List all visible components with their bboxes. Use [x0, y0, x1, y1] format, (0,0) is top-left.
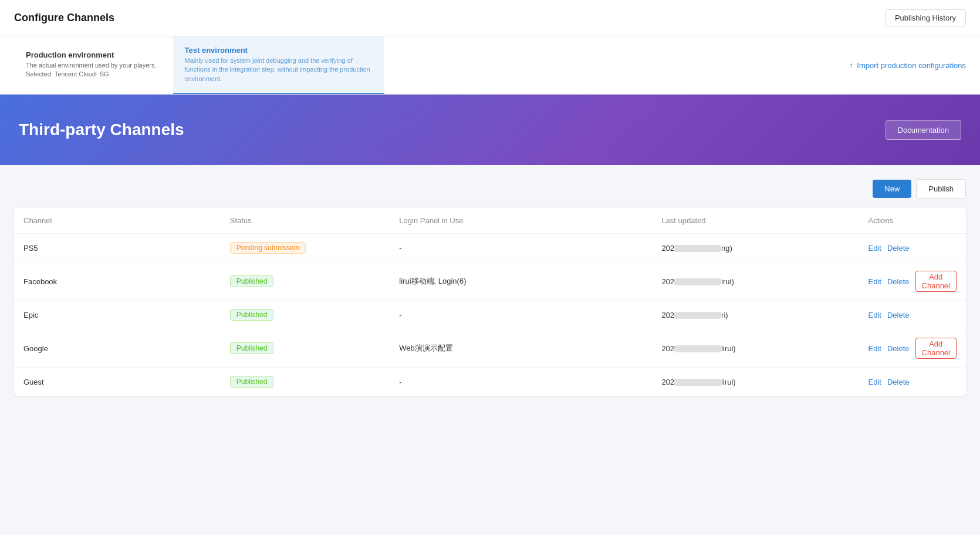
page-wrapper: Configure Channels Publishing History Pr…: [0, 0, 980, 535]
status-badge: Published: [230, 309, 274, 321]
add-channel-button[interactable]: Add Channel: [915, 271, 957, 292]
test-env-title: Test environment: [185, 46, 373, 55]
cell-login-panel: -: [390, 234, 652, 263]
cell-last-updated: 202 lirui): [652, 329, 859, 368]
col-header-channel: Channel: [14, 208, 221, 234]
cell-status: Pending submission: [221, 234, 390, 263]
table-row: EpicPublished-202 ri)EditDelete: [14, 301, 966, 329]
channels-table-container: Channel Status Login Panel in Use Last u…: [14, 208, 966, 396]
redacted-text: [674, 278, 721, 285]
toolbar: New Publish: [14, 179, 966, 198]
status-badge: Published: [230, 376, 274, 388]
cell-actions: EditDelete: [859, 301, 966, 329]
status-badge: Pending submission: [230, 242, 306, 254]
actions-group: EditDelete: [869, 311, 957, 319]
banner-title: Third-party Channels: [19, 120, 184, 139]
table-body: PS5Pending submission-202 ng)EditDeleteF…: [14, 234, 966, 396]
actions-group: EditDelete: [869, 378, 957, 386]
col-header-login: Login Panel in Use: [390, 208, 652, 234]
delete-button[interactable]: Delete: [887, 344, 910, 353]
actions-group: EditDeleteAdd Channel: [869, 338, 957, 359]
edit-button[interactable]: Edit: [869, 344, 881, 353]
cell-login-panel: Web演演示配置: [390, 329, 652, 368]
banner: Third-party Channels Documentation: [0, 95, 980, 165]
cell-actions: EditDeleteAdd Channel: [859, 329, 966, 368]
add-channel-button[interactable]: Add Channel: [915, 338, 957, 359]
table-row: GooglePublishedWeb演演示配置202 lirui)EditDel…: [14, 329, 966, 368]
edit-button[interactable]: Edit: [869, 311, 881, 319]
cell-last-updated: 202 ri): [652, 301, 859, 329]
table-row: FacebookPublishedlirui移动端, Login(6)202 i…: [14, 263, 966, 301]
test-env-tab[interactable]: Test environment Mainly used for system …: [173, 36, 384, 94]
cell-status: Published: [221, 329, 390, 368]
cell-channel: Epic: [14, 301, 221, 329]
cell-channel: PS5: [14, 234, 221, 263]
cell-channel: Guest: [14, 368, 221, 396]
cell-status: Published: [221, 301, 390, 329]
cell-last-updated: 202 lirui): [652, 368, 859, 396]
page-title: Configure Channels: [14, 12, 114, 24]
delete-button[interactable]: Delete: [887, 311, 910, 319]
col-header-actions: Actions: [859, 208, 966, 234]
cell-actions: EditDeleteAdd Channel: [859, 263, 966, 301]
redacted-text: [674, 245, 721, 252]
publish-button[interactable]: Publish: [916, 179, 966, 198]
cell-actions: EditDelete: [859, 368, 966, 396]
production-env-desc: The actual environment used by your play…: [26, 61, 157, 79]
edit-button[interactable]: Edit: [869, 277, 881, 286]
test-env-desc: Mainly used for system joint debugging a…: [185, 56, 373, 83]
delete-button[interactable]: Delete: [887, 277, 910, 286]
cell-login-panel: -: [390, 301, 652, 329]
cell-channel: Google: [14, 329, 221, 368]
header: Configure Channels Publishing History: [0, 0, 980, 36]
production-env-tab[interactable]: Production environment The actual enviro…: [14, 41, 168, 90]
import-production-link[interactable]: ↑ Import production configurations: [849, 60, 966, 70]
cell-channel: Facebook: [14, 263, 221, 301]
redacted-text: [674, 312, 721, 319]
main-content: New Publish Channel Status Login Panel i…: [0, 165, 980, 410]
actions-group: EditDelete: [869, 244, 957, 253]
cell-login-panel: -: [390, 368, 652, 396]
cell-actions: EditDelete: [859, 234, 966, 263]
status-badge: Published: [230, 342, 274, 354]
documentation-button[interactable]: Documentation: [886, 120, 961, 140]
publishing-history-button[interactable]: Publishing History: [885, 9, 966, 26]
table-row: GuestPublished-202 lirui)EditDelete: [14, 368, 966, 396]
cell-login-panel: lirui移动端, Login(6): [390, 263, 652, 301]
redacted-text: [674, 345, 721, 352]
cell-status: Published: [221, 368, 390, 396]
redacted-text: [674, 379, 721, 386]
upload-icon: ↑: [849, 60, 853, 70]
cell-last-updated: 202 ng): [652, 234, 859, 263]
cell-status: Published: [221, 263, 390, 301]
new-button[interactable]: New: [873, 180, 911, 198]
actions-group: EditDeleteAdd Channel: [869, 271, 957, 292]
col-header-status: Status: [221, 208, 390, 234]
edit-button[interactable]: Edit: [869, 244, 881, 253]
status-badge: Published: [230, 275, 274, 287]
col-header-updated: Last updated: [652, 208, 859, 234]
cell-last-updated: 202 irui): [652, 263, 859, 301]
production-env-title: Production environment: [26, 51, 157, 59]
channels-table: Channel Status Login Panel in Use Last u…: [14, 208, 966, 396]
environment-bar: Production environment The actual enviro…: [0, 36, 980, 95]
table-row: PS5Pending submission-202 ng)EditDelete: [14, 234, 966, 263]
delete-button[interactable]: Delete: [887, 378, 910, 386]
delete-button[interactable]: Delete: [887, 244, 910, 253]
table-header: Channel Status Login Panel in Use Last u…: [14, 208, 966, 234]
edit-button[interactable]: Edit: [869, 378, 881, 386]
